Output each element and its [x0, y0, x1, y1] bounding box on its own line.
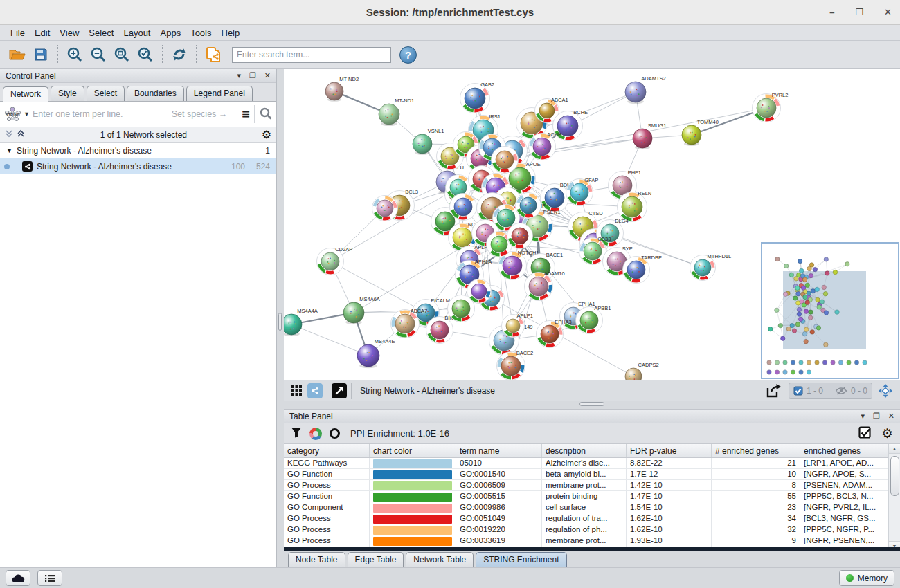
- network-node[interactable]: [372, 196, 398, 221]
- menu-item-layout[interactable]: Layout: [118, 26, 155, 39]
- search-input[interactable]: [232, 47, 391, 63]
- column-header-term-name[interactable]: term name: [456, 444, 542, 457]
- pan-tool-button[interactable]: [876, 383, 894, 399]
- network-row-selected[interactable]: String Network - Alzheimer's disease 100…: [0, 158, 276, 174]
- network-node[interactable]: MTHFD1L: [690, 253, 732, 281]
- string-logo[interactable]: STRING ▼: [3, 106, 33, 123]
- column-header-enriched-genes[interactable]: enriched genes: [800, 444, 888, 457]
- menu-item-tools[interactable]: Tools: [186, 26, 216, 39]
- table-row[interactable]: GO ComponentGO:0009986cell surface1.54E-…: [284, 502, 888, 513]
- network-canvas[interactable]: MT-ND2MT-ND1VSNL1GAB2IRS1CHATABCA1BCHEAC…: [284, 69, 900, 380]
- clone-network-button[interactable]: [201, 44, 225, 66]
- string-query-input[interactable]: [33, 109, 172, 119]
- collapse-icon[interactable]: ▾: [861, 412, 865, 421]
- tab-style[interactable]: Style: [51, 86, 84, 101]
- column-header-FDR-p-value[interactable]: FDR p-value: [627, 444, 712, 457]
- open-in-window-button[interactable]: [332, 383, 347, 398]
- save-session-button[interactable]: [29, 44, 53, 66]
- close-icon[interactable]: ✕: [264, 71, 271, 80]
- column-header-category[interactable]: category: [284, 444, 370, 457]
- birdseye-navigator[interactable]: [761, 242, 899, 379]
- network-collection-row[interactable]: ▼ String Network - Alzheimer's disease 1: [0, 143, 276, 158]
- open-session-button[interactable]: [6, 44, 29, 66]
- caret-down-icon[interactable]: ▼: [6, 147, 12, 154]
- table-row[interactable]: KEGG Pathways05010Alzheimer's dise...8.8…: [284, 458, 888, 469]
- enrichment-settings-button[interactable]: ⚙: [881, 427, 893, 440]
- table-horizontal-scrollbar[interactable]: [284, 547, 900, 551]
- menu-item-help[interactable]: Help: [217, 26, 245, 39]
- tab-select[interactable]: Select: [87, 86, 125, 101]
- memory-button[interactable]: Memory: [839, 570, 894, 586]
- vertical-splitter[interactable]: [277, 69, 284, 567]
- string-view-button[interactable]: [307, 383, 323, 398]
- column-header-description[interactable]: description: [542, 444, 627, 457]
- zoom-fit-button[interactable]: [110, 44, 134, 66]
- tab-edge-table[interactable]: Edge Table: [348, 552, 404, 567]
- network-node[interactable]: [450, 194, 477, 221]
- network-node[interactable]: MT-ND2: [325, 76, 359, 102]
- close-button[interactable]: ✕: [884, 7, 892, 17]
- network-node[interactable]: CADPS2: [625, 362, 659, 381]
- close-icon[interactable]: ✕: [888, 412, 894, 421]
- refresh-button[interactable]: [168, 44, 191, 66]
- help-button[interactable]: ?: [399, 46, 417, 64]
- zoom-in-button[interactable]: [63, 44, 87, 66]
- draw-chart-button[interactable]: [309, 428, 322, 440]
- table-row[interactable]: GO ProcessGO:0033619membrane prot...1.93…: [284, 535, 888, 546]
- minimize-button[interactable]: –: [829, 7, 834, 17]
- tab-network[interactable]: Network: [3, 86, 48, 102]
- menu-item-file[interactable]: File: [6, 26, 30, 39]
- network-node[interactable]: ADAMTS2: [625, 75, 666, 104]
- clear-chart-button[interactable]: [330, 428, 340, 439]
- tab-string-enrichment[interactable]: STRING Enrichment: [476, 552, 566, 567]
- tab-node-table[interactable]: Node Table: [288, 552, 345, 567]
- string-options-button[interactable]: ≡: [242, 107, 250, 121]
- float-icon[interactable]: ❐: [249, 71, 256, 80]
- collapse-icon[interactable]: ▾: [237, 71, 241, 80]
- zoom-out-button[interactable]: [87, 44, 110, 66]
- gear-icon[interactable]: ⚙: [262, 129, 271, 140]
- network-node[interactable]: MS4A6A: [343, 296, 380, 325]
- tab-network-table[interactable]: Network Table: [406, 552, 474, 567]
- table-row[interactable]: GO FunctionGO:0005515protein binding1.47…: [284, 491, 888, 502]
- grid-view-button[interactable]: [287, 383, 305, 399]
- string-search-button[interactable]: [259, 107, 273, 122]
- network-node[interactable]: [516, 193, 541, 219]
- splitter-grip[interactable]: [579, 402, 604, 406]
- table-row[interactable]: GO ProcessGO:0019220regulation of ph...1…: [284, 524, 888, 535]
- network-node[interactable]: [507, 223, 533, 249]
- task-list-button[interactable]: [37, 570, 62, 586]
- network-node[interactable]: PVRL2: [753, 92, 789, 122]
- network-node[interactable]: MS4A4A: [284, 308, 318, 337]
- tab-boundaries[interactable]: Boundaries: [127, 86, 184, 101]
- maximize-button[interactable]: ❐: [855, 7, 863, 17]
- scrollbar-thumb[interactable]: [890, 456, 899, 496]
- network-node[interactable]: MS4A4E: [357, 338, 395, 369]
- network-node[interactable]: [492, 147, 519, 174]
- table-row[interactable]: GO ProcessGO:0051049regulation of tra...…: [284, 513, 888, 524]
- table-row[interactable]: GO FunctionGO:0001540beta-amyloid bi...1…: [284, 469, 888, 480]
- filter-button[interactable]: [291, 427, 302, 440]
- network-node[interactable]: MT-ND1: [379, 98, 414, 127]
- horizontal-splitter[interactable]: [284, 401, 900, 410]
- expand-all-button[interactable]: [17, 129, 26, 140]
- menu-item-apps[interactable]: Apps: [156, 26, 186, 39]
- column-header--enriched-genes[interactable]: # enriched genes: [712, 444, 800, 457]
- menu-item-select[interactable]: Select: [84, 26, 118, 39]
- table-vertical-scrollbar[interactable]: ▲ ▼: [888, 444, 900, 551]
- network-node[interactable]: ADAM10: [525, 270, 565, 301]
- network-node[interactable]: SMUG1: [633, 122, 666, 149]
- menu-item-edit[interactable]: Edit: [30, 26, 55, 39]
- zoom-selected-button[interactable]: [134, 44, 157, 66]
- column-header-chart-color[interactable]: chart color: [370, 444, 456, 457]
- tab-legend-panel[interactable]: Legend Panel: [186, 86, 253, 101]
- export-network-button[interactable]: [764, 383, 782, 399]
- select-terms-button[interactable]: [858, 426, 872, 441]
- network-node[interactable]: [448, 295, 475, 322]
- network-node[interactable]: EPHA3: [537, 319, 572, 348]
- float-icon[interactable]: ❐: [873, 412, 880, 421]
- network-node[interactable]: TARDBP: [623, 255, 663, 284]
- network-node[interactable]: GAB2: [460, 82, 495, 113]
- splitter-grip[interactable]: [278, 313, 282, 331]
- menu-item-view[interactable]: View: [55, 26, 84, 39]
